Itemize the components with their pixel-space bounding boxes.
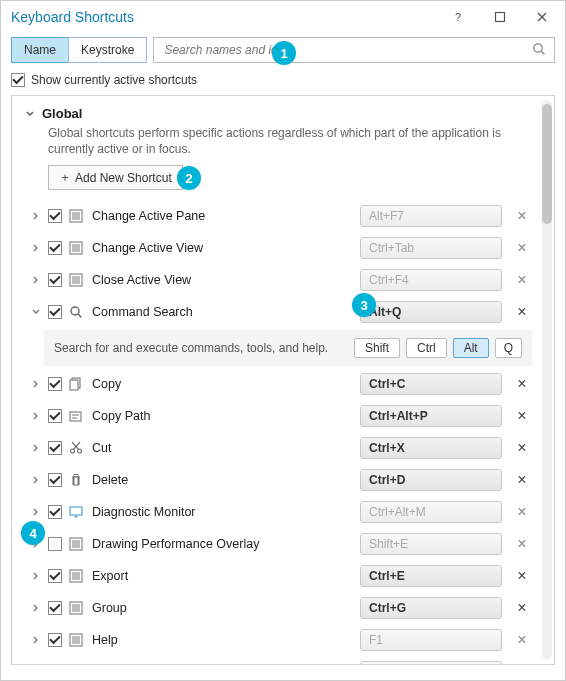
chevron-right-icon[interactable] bbox=[30, 412, 42, 420]
shortcut-list: Global Global shortcuts perform specific… bbox=[11, 95, 555, 665]
chevron-down-icon[interactable] bbox=[30, 308, 42, 316]
key-letter[interactable]: Q bbox=[495, 338, 522, 358]
callout-badge-3: 3 bbox=[352, 293, 376, 317]
chevron-right-icon[interactable] bbox=[30, 508, 42, 516]
shortcut-row: Drawing Performance Overlay Shift+E × bbox=[24, 528, 532, 560]
enable-checkbox[interactable] bbox=[48, 505, 62, 519]
callout-badge-2: 2 bbox=[177, 166, 201, 190]
shortcut-row: Cut Ctrl+X × bbox=[24, 432, 532, 464]
shortcut-name: Diagnostic Monitor bbox=[90, 505, 354, 519]
callout-badge-4: 4 bbox=[21, 521, 45, 545]
shortcut-keys[interactable]: Ctrl+Alt+P bbox=[360, 405, 502, 427]
remove-shortcut-button[interactable]: × bbox=[512, 599, 532, 617]
enable-checkbox[interactable] bbox=[48, 473, 62, 487]
group-title: Global bbox=[42, 106, 82, 121]
windows-icon bbox=[68, 272, 84, 288]
chevron-right-icon[interactable] bbox=[30, 380, 42, 388]
titlebar: Keyboard Shortcuts ? bbox=[1, 1, 565, 33]
remove-shortcut-button[interactable]: × bbox=[512, 439, 532, 457]
search-input[interactable] bbox=[162, 42, 532, 58]
chevron-right-icon[interactable] bbox=[30, 604, 42, 612]
remove-shortcut-button[interactable]: × bbox=[512, 567, 532, 585]
enable-checkbox[interactable] bbox=[48, 569, 62, 583]
remove-shortcut-button[interactable]: × bbox=[512, 375, 532, 393]
enable-checkbox[interactable] bbox=[48, 409, 62, 423]
windows-icon bbox=[68, 664, 84, 665]
shortcut-description: Search for and execute commands, tools, … bbox=[54, 341, 348, 355]
windows-icon bbox=[68, 568, 84, 584]
shortcut-keys[interactable]: Ctrl+X bbox=[360, 437, 502, 459]
chevron-right-icon[interactable] bbox=[30, 244, 42, 252]
remove-shortcut-button[interactable]: × bbox=[512, 407, 532, 425]
shortcut-keys[interactable]: Ctrl+C bbox=[360, 373, 502, 395]
shortcut-name: Delete bbox=[90, 473, 354, 487]
shortcut-keys[interactable]: F1 bbox=[360, 629, 502, 651]
scrollbar[interactable] bbox=[542, 100, 552, 660]
modifier-alt[interactable]: Alt bbox=[453, 338, 489, 358]
enable-checkbox[interactable] bbox=[48, 537, 62, 551]
shortcut-row: Delete Ctrl+D × bbox=[24, 464, 532, 496]
shortcut-keys[interactable]: Ctrl+G bbox=[360, 597, 502, 619]
chevron-right-icon[interactable] bbox=[30, 476, 42, 484]
add-new-shortcut-button[interactable]: ＋ Add New Shortcut bbox=[48, 165, 183, 190]
shortcut-keys[interactable]: Ctrl+F4 bbox=[360, 269, 502, 291]
shortcut-row: Minimize the Ribbon Ctrl+F1 × bbox=[24, 656, 532, 665]
shortcut-row: Export Ctrl+E × bbox=[24, 560, 532, 592]
tab-keystroke[interactable]: Keystroke bbox=[68, 37, 147, 63]
shortcut-keys[interactable]: Ctrl+E bbox=[360, 565, 502, 587]
enable-checkbox[interactable] bbox=[48, 209, 62, 223]
shortcut-row: Copy Ctrl+C × bbox=[24, 368, 532, 400]
shortcut-row: Command Search Alt+Q × bbox=[24, 296, 532, 328]
chevron-right-icon[interactable] bbox=[30, 276, 42, 284]
remove-shortcut-button[interactable]: × bbox=[512, 471, 532, 489]
remove-shortcut-button: × bbox=[512, 207, 532, 225]
show-active-label: Show currently active shortcuts bbox=[31, 73, 197, 87]
tab-name[interactable]: Name bbox=[11, 37, 68, 63]
windows-icon bbox=[68, 536, 84, 552]
group-header-global[interactable]: Global bbox=[24, 104, 532, 125]
windows-icon bbox=[68, 600, 84, 616]
chevron-right-icon[interactable] bbox=[30, 572, 42, 580]
help-button[interactable]: ? bbox=[437, 3, 479, 31]
shortcut-name: Export bbox=[90, 569, 354, 583]
shortcut-keys[interactable]: Ctrl+F1 bbox=[360, 661, 502, 665]
shortcut-name: Change Active View bbox=[90, 241, 354, 255]
shortcut-keys[interactable]: Alt+Q bbox=[360, 301, 502, 323]
remove-shortcut-button[interactable]: × bbox=[512, 303, 532, 321]
enable-checkbox[interactable] bbox=[48, 633, 62, 647]
enable-checkbox[interactable] bbox=[48, 241, 62, 255]
modifier-shift[interactable]: Shift bbox=[354, 338, 400, 358]
svg-rect-1 bbox=[496, 13, 505, 22]
maximize-button[interactable] bbox=[479, 3, 521, 31]
show-active-checkbox[interactable] bbox=[11, 73, 25, 87]
group-description: Global shortcuts perform specific action… bbox=[24, 125, 532, 165]
shortcut-keys[interactable]: Ctrl+Alt+M bbox=[360, 501, 502, 523]
shortcut-keys[interactable]: Shift+E bbox=[360, 533, 502, 555]
chevron-right-icon[interactable] bbox=[30, 636, 42, 644]
enable-checkbox[interactable] bbox=[48, 441, 62, 455]
shortcut-keys[interactable]: Ctrl+Tab bbox=[360, 237, 502, 259]
shortcut-row: Change Active Pane Alt+F7 × bbox=[24, 200, 532, 232]
shortcut-name: Command Search bbox=[90, 305, 354, 319]
chevron-right-icon[interactable] bbox=[30, 444, 42, 452]
copypath-icon bbox=[68, 408, 84, 424]
enable-checkbox[interactable] bbox=[48, 601, 62, 615]
search-icon bbox=[532, 42, 546, 59]
modifier-ctrl[interactable]: Ctrl bbox=[406, 338, 447, 358]
shortcut-name: Copy bbox=[90, 377, 354, 391]
show-active-row[interactable]: Show currently active shortcuts bbox=[1, 67, 565, 95]
shortcut-row: Close Active View Ctrl+F4 × bbox=[24, 264, 532, 296]
search-field[interactable] bbox=[153, 37, 555, 63]
shortcut-keys[interactable]: Ctrl+D bbox=[360, 469, 502, 491]
chevron-down-icon bbox=[24, 110, 36, 118]
shortcut-keys[interactable]: Alt+F7 bbox=[360, 205, 502, 227]
close-button[interactable] bbox=[521, 3, 563, 31]
enable-checkbox[interactable] bbox=[48, 305, 62, 319]
chevron-right-icon[interactable] bbox=[30, 212, 42, 220]
enable-checkbox[interactable] bbox=[48, 377, 62, 391]
remove-shortcut-button: × bbox=[512, 239, 532, 257]
scrollbar-thumb[interactable] bbox=[542, 104, 552, 224]
enable-checkbox[interactable] bbox=[48, 273, 62, 287]
remove-shortcut-button: × bbox=[512, 271, 532, 289]
shortcut-name: Change Active Pane bbox=[90, 209, 354, 223]
